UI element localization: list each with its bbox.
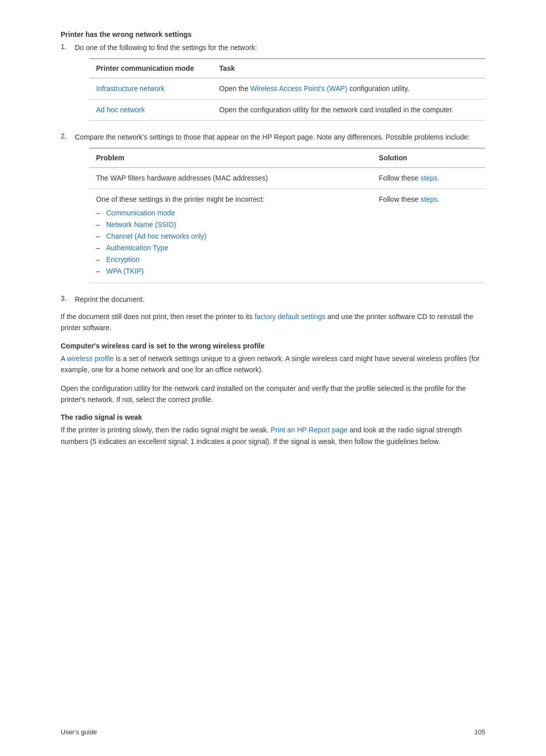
table2-col2-header: Solution [372, 148, 485, 168]
para-radio-signal: If the printer is printing slowly, then … [61, 424, 485, 447]
table1-col2-header: Task [212, 59, 485, 78]
para-wireless-profile: A wireless profile is a set of network s… [61, 353, 485, 376]
steps-link-2[interactable]: steps. [421, 195, 439, 203]
auth-type-link[interactable]: Authentication Type [106, 243, 168, 253]
list-item: –Communication mode [96, 208, 365, 218]
table-row: One of these settings in the printer mig… [89, 189, 485, 283]
table1-row1-col2-text: Open the [219, 84, 251, 93]
table-row: The WAP filters hardware addresses (MAC … [89, 168, 485, 189]
para2-after: is a set of network settings unique to a… [61, 354, 480, 374]
channel-link[interactable]: Channel (Ad hoc networks only) [106, 231, 206, 242]
comm-mode-link[interactable]: Communication mode [106, 208, 175, 218]
table1-row1-col2-text2: configuration utility. [347, 84, 410, 93]
step-3-content: Reprint the document. [75, 294, 485, 305]
step-1-item: 1. Do one of the following to find the s… [61, 42, 485, 126]
step-3-num: 3. [61, 294, 75, 305]
encryption-link[interactable]: Encryption [106, 254, 140, 265]
factory-default-link[interactable]: factory default settings [255, 313, 326, 321]
list-item: –Authentication Type [96, 243, 365, 253]
para-factory-reset: If the document still does not print, th… [61, 311, 485, 334]
print-report-link[interactable]: Print an HP Report page [270, 426, 347, 434]
footer-left: User's guide [61, 728, 97, 736]
table-communication-mode: Printer communication mode Task Infrastr… [89, 58, 485, 121]
step-2-content: Compare the network's settings to those … [75, 132, 485, 288]
section-heading-3: The radio signal is weak [61, 413, 485, 421]
para2-before: A [61, 354, 67, 363]
table-problems: Problem Solution The WAP filters hardwar… [89, 148, 485, 283]
table2-row1-col1-text: The WAP filters hardware addresses (MAC … [96, 174, 268, 182]
para1-before: If the document still does not print, th… [61, 313, 255, 321]
section-heading-1: Printer has the wrong network settings [61, 30, 485, 38]
step-2-num: 2. [61, 132, 75, 288]
wap-link[interactable]: Wireless Access Point's (WAP) [250, 84, 347, 93]
settings-sublist: –Communication mode –Network Name (SSID)… [96, 208, 365, 277]
table2-col1-header: Problem [89, 148, 372, 168]
step-1-content: Do one of the following to find the sett… [75, 42, 485, 126]
wpa-link[interactable]: WPA (TKIP) [106, 266, 144, 277]
footer-right: 105 [474, 728, 485, 736]
step-2-item: 2. Compare the network's settings to tho… [61, 132, 485, 288]
step-1-text: Do one of the following to find the sett… [75, 43, 257, 52]
para-open-config: Open the configuration utility for the n… [61, 383, 485, 406]
network-name-link[interactable]: Network Name (SSID) [106, 219, 176, 230]
table1-row2-col2-text: Open the configuration utility for the n… [219, 106, 454, 114]
list-item: –WPA (TKIP) [96, 266, 365, 277]
para4-before: If the printer is printing slowly, then … [61, 426, 270, 434]
table2-row2-col2-text: Follow these [379, 195, 420, 203]
steps-link-1[interactable]: steps. [421, 174, 439, 182]
table2-row1-col2-text: Follow these [379, 174, 420, 182]
section-heading-2: Computer's wireless card is set to the w… [61, 342, 485, 350]
table1-col1-header: Printer communication mode [89, 59, 212, 78]
step-3-text: Reprint the document. [75, 295, 145, 303]
table2-row2-col1-text: One of these settings in the printer mig… [96, 195, 264, 203]
wireless-profile-link[interactable]: wireless profile [67, 354, 114, 363]
adhoc-network-link[interactable]: Ad hoc network [96, 106, 145, 114]
list-item: –Channel (Ad hoc networks only) [96, 231, 365, 242]
list-item: –Network Name (SSID) [96, 219, 365, 230]
table-row: Ad hoc network Open the configuration ut… [89, 100, 485, 121]
page-footer: User's guide 105 [61, 728, 485, 736]
table-row: Infrastructure network Open the Wireless… [89, 78, 485, 100]
step-3-item: 3. Reprint the document. [61, 294, 485, 305]
infrastructure-network-link[interactable]: Infrastructure network [96, 84, 164, 93]
step-1-num: 1. [61, 42, 75, 126]
step-2-text: Compare the network's settings to those … [75, 133, 470, 141]
list-item: –Encryption [96, 254, 365, 265]
